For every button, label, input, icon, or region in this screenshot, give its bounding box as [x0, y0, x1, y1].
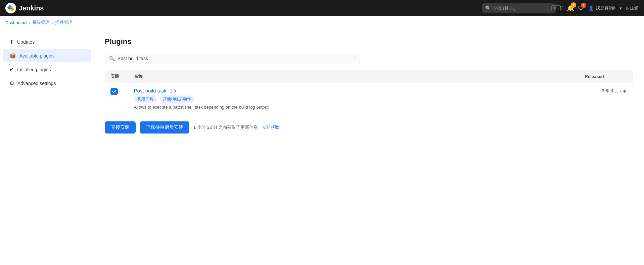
user-menu[interactable]: 👤 我是真滴帅 ▾	[588, 5, 622, 11]
updates-icon: ⬆	[9, 39, 14, 45]
breadcrumb-system[interactable]: 系统管理	[32, 20, 50, 26]
plugin-search-icon: 🔍	[109, 56, 115, 61]
installed-icon: ✔	[9, 66, 14, 73]
breadcrumb-dashboard[interactable]: Dashboard	[5, 20, 27, 25]
plugin-table: 安装 名称↓ Released	[105, 70, 633, 115]
sidebar-item-installed[interactable]: ✔ Installed plugins	[3, 63, 91, 76]
sidebar-label-available: Available plugins	[19, 53, 55, 59]
search-box[interactable]: 🔍 ⌘K	[482, 3, 556, 13]
plugin-table-header: 安装 名称↓ Released	[105, 70, 633, 83]
user-name: 我是真滴帅	[596, 5, 617, 11]
sidebar-label-installed: Installed plugins	[17, 67, 51, 72]
sidebar-item-updates[interactable]: ⬆ Updates	[3, 35, 91, 48]
plugin-version: 1.9	[170, 88, 176, 93]
breadcrumb-sep-1: ›	[29, 20, 30, 25]
plugin-name-cell: Post build task 1.9 构建工具 其他构建后动作 Allows …	[129, 83, 580, 115]
notification-count: 1	[571, 2, 576, 8]
plugin-tags: 构建工具 其他构建后动作	[134, 96, 574, 103]
search-input[interactable]	[493, 6, 549, 11]
jenkins-logo: 🎭	[5, 3, 16, 13]
sidebar-label-advanced: Advanced settings	[17, 81, 56, 86]
sidebar-item-available[interactable]: 📦 Available plugins	[3, 49, 91, 62]
sidebar-item-advanced[interactable]: ⚙ Advanced settings	[3, 77, 91, 90]
top-navigation: 🎭 Jenkins 🔍 ⌘K ? 🔔 1 🛡 1 👤 我是真滴帅 ▾ ⎋ 注销	[0, 0, 644, 16]
security-icon-wrapper[interactable]: 🛡 1	[578, 5, 584, 12]
breadcrumb-plugins[interactable]: 插件管理	[55, 20, 73, 26]
main-content: Plugins 🔍 / 安装 名称↓ Released	[94, 29, 644, 265]
breadcrumb-sep-2: ›	[52, 20, 53, 25]
logout-label: 注销	[630, 5, 639, 11]
table-row: Post build task 1.9 构建工具 其他构建后动作 Allows …	[105, 83, 633, 115]
update-info-text: 1 小时 32 分 之前获取了更新信息	[193, 124, 258, 130]
plugin-released-text: 3 年 4 月 ago	[585, 88, 628, 94]
plugin-search-bar[interactable]: 🔍 /	[105, 53, 360, 64]
breadcrumb: Dashboard › 系统管理 › 插件管理	[0, 16, 644, 29]
page-title: Plugins	[105, 37, 633, 46]
topnav-right: 🔍 ⌘K ? 🔔 1 🛡 1 👤 我是真滴帅 ▾ ⎋ 注销	[482, 3, 639, 13]
search-slash-shortcut: /	[354, 56, 356, 61]
col-header-install: 安装	[105, 70, 129, 83]
sidebar-label-updates: Updates	[17, 39, 35, 45]
plugin-released-cell: 3 年 4 月 ago	[580, 83, 633, 115]
sidebar: ⬆ Updates 📦 Available plugins ✔ Installe…	[0, 29, 94, 265]
plugin-search-input[interactable]	[118, 56, 352, 61]
install-button[interactable]: 直接安装	[105, 121, 136, 134]
plugin-install-cell	[105, 83, 129, 115]
chevron-down-icon: ▾	[619, 6, 622, 11]
plugin-description: Allows to execute a batch/shell task dep…	[134, 105, 574, 110]
jenkins-title: Jenkins	[19, 4, 44, 12]
checkmark-icon	[112, 89, 117, 94]
plugin-name-row: Post build task 1.9	[134, 88, 574, 93]
plugin-checkbox[interactable]	[110, 88, 118, 95]
fetch-now-link[interactable]: 立即获取	[262, 124, 279, 130]
search-icon: 🔍	[485, 5, 491, 11]
plugin-table-body: Post build task 1.9 构建工具 其他构建后动作 Allows …	[105, 83, 633, 115]
action-bar: 直接安装 下载待重启后安装 1 小时 32 分 之前获取了更新信息 立即获取	[105, 121, 633, 134]
topnav-left: 🎭 Jenkins	[5, 3, 44, 13]
main-layout: ⬆ Updates 📦 Available plugins ✔ Installe…	[0, 29, 644, 265]
notification-bell[interactable]: 🔔 1	[567, 4, 574, 12]
sort-arrow-icon: ↓	[144, 74, 146, 79]
available-icon: 📦	[9, 52, 16, 59]
jenkins-logo-emoji: 🎭	[7, 4, 14, 12]
logout-icon: ⎋	[626, 6, 629, 11]
col-header-released: Released	[580, 70, 633, 83]
user-avatar-icon: 👤	[588, 6, 594, 11]
tag-build-tool[interactable]: 构建工具	[134, 96, 157, 103]
plugin-name-link[interactable]: Post build task	[134, 88, 167, 93]
download-restart-button[interactable]: 下载待重启后安装	[140, 121, 189, 134]
logout-button[interactable]: ⎋ 注销	[626, 5, 639, 11]
security-count: 1	[581, 3, 586, 8]
advanced-icon: ⚙	[9, 80, 14, 86]
tag-post-build[interactable]: 其他构建后动作	[159, 96, 194, 103]
col-header-name: 名称↓	[129, 70, 580, 83]
help-icon[interactable]: ?	[560, 5, 563, 11]
